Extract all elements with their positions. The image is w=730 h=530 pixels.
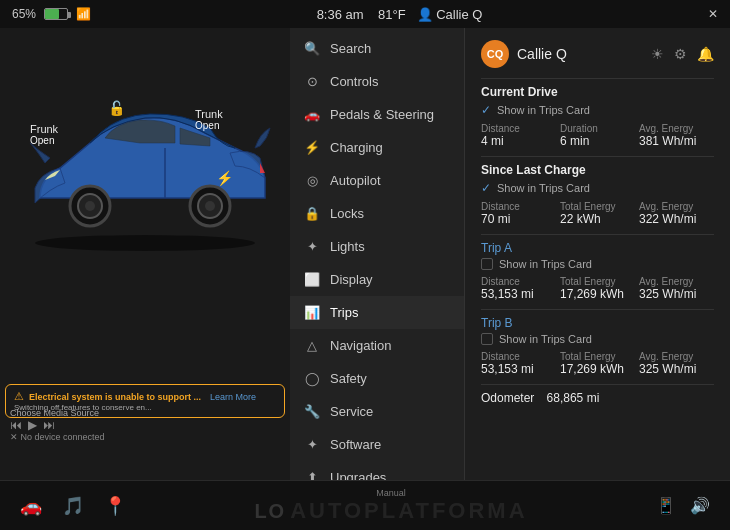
profile-left: CQ Callie Q — [481, 40, 567, 68]
frunk-label: Frunk Open — [30, 123, 58, 146]
right-panel: CQ Callie Q ☀ ⚙ 🔔 Current Drive ✓ Show i… — [465, 28, 730, 480]
status-bar: 65% 📶 8:36 am 81°F 👤 Callie Q ✕ — [0, 0, 730, 28]
trip-a-section: Trip A Show in Trips Card Distance 53,15… — [481, 241, 714, 301]
trunk-label: Trunk Open — [195, 108, 223, 131]
sidebar-item-pedals[interactable]: 🚗 Pedals & Steering — [290, 98, 464, 131]
sidebar-item-search[interactable]: 🔍 Search — [290, 32, 464, 65]
search-icon: 🔍 — [304, 41, 320, 56]
checkbox-checked-2[interactable]: ✓ — [481, 181, 491, 195]
car-visual: ⚡ — [10, 48, 280, 268]
lock-icon: 🔓 — [108, 100, 125, 116]
car-area: ⚡ Frunk Open 🔓 Trunk Open ⚠ Electrical s… — [0, 28, 290, 480]
checkbox-checked-1[interactable]: ✓ — [481, 103, 491, 117]
divider-1 — [481, 78, 714, 79]
divider-3 — [481, 234, 714, 235]
sidebar-item-service[interactable]: 🔧 Service — [290, 395, 464, 428]
settings-icon[interactable]: ⚙ — [674, 46, 687, 62]
locks-icon: 🔒 — [304, 206, 320, 221]
signal-icon: 📶 — [76, 7, 91, 21]
sidebar-item-navigation[interactable]: △ Navigation — [290, 329, 464, 362]
menu-sidebar: 🔍 Search ⊙ Controls 🚗 Pedals & Steering … — [290, 28, 465, 480]
prev-icon[interactable]: ⏮ — [10, 418, 22, 432]
sidebar-item-autopilot[interactable]: ◎ Autopilot — [290, 164, 464, 197]
divider-2 — [481, 156, 714, 157]
sidebar-item-charging[interactable]: ⚡ Charging — [290, 131, 464, 164]
taskbar-center: Manual LO AUTOPLATFORMA — [254, 488, 527, 524]
current-drive-checkbox-row: ✓ Show in Trips Card — [481, 103, 714, 117]
user-name-status: Callie Q — [436, 7, 482, 22]
battery-percent: 65% — [12, 7, 36, 21]
bell-icon[interactable]: 🔔 — [697, 46, 714, 62]
sidebar-item-safety[interactable]: ◯ Safety — [290, 362, 464, 395]
phone-icon[interactable]: 📱 — [656, 496, 676, 515]
svg-point-7 — [205, 201, 215, 211]
stat-distance-a: Distance 53,153 mi — [481, 276, 556, 301]
media-controls: ⏮ ▶ ⏭ — [10, 418, 280, 432]
status-right: ✕ — [708, 7, 718, 21]
stat-avg-energy-b: Avg. Energy 325 Wh/mi — [639, 351, 714, 376]
stat-distance-charge: Distance 70 mi — [481, 201, 556, 226]
last-charge-stats: Distance 70 mi Total Energy 22 kWh Avg. … — [481, 201, 714, 226]
taskbar: 🚗 🎵 📍 Manual LO AUTOPLATFORMA 📱 🔊 — [0, 480, 730, 530]
trip-b-link[interactable]: Trip B — [481, 316, 714, 330]
next-icon[interactable]: ⏭ — [43, 418, 55, 432]
status-left: 65% 📶 — [12, 7, 91, 21]
music-icon[interactable]: 🎵 — [62, 495, 84, 517]
sidebar-item-controls[interactable]: ⊙ Controls — [290, 65, 464, 98]
taskbar-right-icons: 📱 🔊 — [656, 496, 710, 515]
stat-energy-b: Total Energy 17,269 kWh — [560, 351, 635, 376]
divider-5 — [481, 384, 714, 385]
media-bar: Choose Media Source ⏮ ▶ ⏭ ✕ No device co… — [5, 405, 285, 445]
sidebar-item-lights[interactable]: ✦ Lights — [290, 230, 464, 263]
divider-4 — [481, 309, 714, 310]
home-icon[interactable]: 🚗 — [20, 495, 42, 517]
checkbox-unchecked-b[interactable] — [481, 333, 493, 345]
trip-a-link[interactable]: Trip A — [481, 241, 714, 255]
stat-energy-a: Total Energy 17,269 kWh — [560, 276, 635, 301]
profile-row: CQ Callie Q ☀ ⚙ 🔔 — [481, 40, 714, 68]
sidebar-item-locks[interactable]: 🔒 Locks — [290, 197, 464, 230]
svg-point-0 — [35, 235, 255, 251]
stat-avg-energy-a: Avg. Energy 325 Wh/mi — [639, 276, 714, 301]
last-charge-checkbox-row: ✓ Show in Trips Card — [481, 181, 714, 195]
trip-b-section: Trip B Show in Trips Card Distance 53,15… — [481, 316, 714, 376]
trips-icon: 📊 — [304, 305, 320, 320]
sidebar-item-display[interactable]: ⬜ Display — [290, 263, 464, 296]
safety-icon: ◯ — [304, 371, 320, 386]
trip-b-checkbox-row: Show in Trips Card — [481, 333, 714, 345]
play-icon[interactable]: ▶ — [28, 418, 37, 432]
charging-icon: ⚡ — [304, 140, 320, 155]
sidebar-item-trips[interactable]: 📊 Trips — [290, 296, 464, 329]
checkbox-unchecked-a[interactable] — [481, 258, 493, 270]
trip-b-stats: Distance 53,153 mi Total Energy 17,269 k… — [481, 351, 714, 376]
profile-name: Callie Q — [517, 46, 567, 62]
sidebar-item-upgrades[interactable]: ⬆ Upgrades — [290, 461, 464, 480]
avatar: CQ — [481, 40, 509, 68]
controls-icon: ⊙ — [304, 74, 320, 89]
sidebar-item-software[interactable]: ✦ Software — [290, 428, 464, 461]
current-drive-stats: Distance 4 mi Duration 6 min Avg. Energy… — [481, 123, 714, 148]
autopilot-icon: ◎ — [304, 173, 320, 188]
battery-bar — [44, 8, 68, 20]
stat-energy-current: Avg. Energy 381 Wh/mi — [639, 123, 714, 148]
stat-distance-b: Distance 53,153 mi — [481, 351, 556, 376]
odometer-row: Odometer 68,865 mi — [481, 391, 714, 405]
pedals-icon: 🚗 — [304, 107, 320, 122]
trip-a-stats: Distance 53,153 mi Total Energy 17,269 k… — [481, 276, 714, 301]
svg-point-4 — [85, 201, 95, 211]
trip-a-checkbox-row: Show in Trips Card — [481, 258, 714, 270]
map-icon[interactable]: 📍 — [104, 495, 126, 517]
sun-icon[interactable]: ☀ — [651, 46, 664, 62]
stat-avg-energy-charge: Avg. Energy 322 Wh/mi — [639, 201, 714, 226]
volume-icon[interactable]: 🔊 — [690, 496, 710, 515]
stat-duration-current: Duration 6 min — [560, 123, 635, 148]
time: 8:36 am — [317, 7, 364, 22]
temperature: 81°F — [378, 7, 406, 22]
current-drive-section: Current Drive ✓ Show in Trips Card Dista… — [481, 85, 714, 148]
lights-icon: ✦ — [304, 239, 320, 254]
taskbar-left-icons: 🚗 🎵 📍 — [20, 495, 126, 517]
since-last-charge-section: Since Last Charge ✓ Show in Trips Card D… — [481, 163, 714, 226]
stat-distance-current: Distance 4 mi — [481, 123, 556, 148]
stat-energy-charge: Total Energy 22 kWh — [560, 201, 635, 226]
main-content: ⚡ Frunk Open 🔓 Trunk Open ⚠ Electrical s… — [0, 28, 730, 480]
